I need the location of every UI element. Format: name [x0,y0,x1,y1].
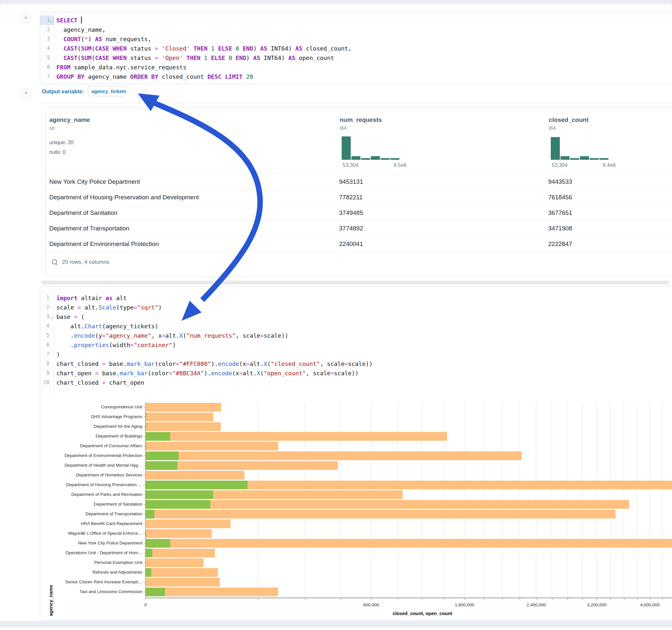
bar-closed-count [146,578,220,587]
line-number: 10 [40,378,49,387]
fold-chevron-icon[interactable] [50,315,54,319]
code-line[interactable]: agency_name, [56,25,672,34]
x-axis-label: 1,600,000 [455,602,474,607]
histogram-min-label: 53,304 [552,162,568,168]
cell-num-requests: 7782211 [339,190,363,205]
bar-closed-count [146,432,447,441]
add-cell-button-top[interactable]: + [21,13,31,23]
horizontal-scrollbar[interactable] [41,281,669,285]
column-header-num-requests[interactable]: num_requests [340,116,382,123]
code-line[interactable]: GROUP BY agency_name ORDER BY closed_cou… [56,72,672,81]
x-axis-tick [637,598,638,600]
x-axis-tick [371,598,371,600]
x-axis-tick [305,598,305,600]
histogram-min-label: 53,304 [343,162,359,168]
line-number: 4 [40,321,49,331]
output-variable-label: Output variable: [42,89,84,95]
line-number: 1 [40,293,49,303]
x-axis-label: 4,000,000 [640,602,660,607]
code-line[interactable]: FROM sample_data.nyc.service_requests [56,63,672,72]
histogram-bar [361,158,370,160]
table-row[interactable]: Department of Sanitation37494853677651 [46,205,672,221]
y-axis-label: Department of Transportation [85,511,142,516]
sql-code-editor[interactable]: SELECT agency_name, COUNT(*) AS num_requ… [54,12,672,84]
python-gutter: 12345678910 [40,287,54,394]
cell-num-requests: 9453131 [339,174,363,190]
code-line[interactable]: scale = alt.Scale(type="sqrt") [56,303,672,312]
y-axis-label: Department of Sanitation [94,502,142,507]
cell-agency-name: Department of Transportation [49,221,129,236]
column-header-agency-name[interactable]: agency_name [49,116,90,123]
bar-open-count [146,413,146,421]
code-line[interactable]: chart_closed = base.mark_bar(color="#FFC… [56,359,672,368]
bar-closed-count [146,539,672,548]
output-variable-pill[interactable]: agency_tickets [88,86,126,96]
add-cell-button-below-sql[interactable]: + [21,89,31,98]
y-axis-label: Department for the Aging [94,424,142,429]
y-axis-label: Department of Housing Preservation … [66,482,142,487]
search-icon[interactable] [51,259,58,265]
x-axis-tick [662,598,663,600]
code-line[interactable]: CAST(SUM(CASE WHEN status = 'Closed' THE… [56,44,672,53]
bar-open-count [146,539,170,548]
bar-open-count [146,461,177,470]
x-axis-tick [624,598,624,600]
histogram-max-label: 9.4e6 [603,162,616,168]
python-cell[interactable]: 12345678910 import altair as altscale = … [40,287,672,621]
code-line[interactable]: base = ( [56,312,672,321]
x-axis-tick [422,598,422,600]
cell-agency-name: Department of Environmental Protection [49,236,159,252]
bar-open-count [146,452,178,460]
altair-chart-output: agency_name Correspondence UnitDHS Advan… [40,394,672,620]
dataframe-preview[interactable]: agency_name str unique: 20 nulls: 0 num_… [45,107,672,277]
histogram-bar [352,156,360,160]
x-axis-tick [582,598,583,600]
histogram-closed-count [551,137,609,160]
table-row[interactable]: Department of Environmental Protection22… [46,236,672,252]
bar-closed-count [146,519,231,528]
bar-open-count [146,422,146,431]
column-type-agency-name: str [49,125,55,131]
x-axis-tick [464,598,465,600]
column-type-num-requests: i64 [340,125,346,131]
code-line[interactable]: COUNT(*) AS num_requests, [56,34,672,44]
code-line[interactable]: .properties(width="container") [56,340,672,350]
x-axis-tick [611,598,611,600]
table-bottom-border [46,251,672,252]
code-line[interactable]: chart_open = base.mark_bar(color="#8BC34… [56,368,672,378]
code-line[interactable]: alt.Chart(agency_tickets) [56,321,672,331]
y-axis-label: Correspondence Unit [101,405,142,410]
x-axis-label: 3,200,000 [587,602,606,607]
y-axis-label: Department of Parks and Recreation [71,492,142,497]
table-row[interactable]: Department of Housing Preservation and D… [46,189,672,205]
code-line[interactable]: .encode(y="agency_name", x=alt.X("num_re… [56,331,672,340]
gridline [637,402,637,598]
bar-closed-count [146,568,218,577]
sql-cell[interactable]: 1234567 SELECT agency_name, COUNT(*) AS … [40,12,672,84]
code-line[interactable]: SELECT [56,16,672,25]
code-line[interactable]: chart_closed + chart_open [56,378,672,387]
table-row[interactable]: Department of Transportation377489234719… [46,220,672,236]
table-row[interactable]: New York City Police Department945313194… [46,174,672,190]
y-axis-label: HRA Benefit Card Replacement [81,521,142,526]
line-number: 7 [41,72,50,81]
code-line[interactable]: import altair as alt [56,293,672,303]
line-number: 8 [40,359,49,368]
bar-closed-count [146,422,221,431]
x-axis-title: closed_count, open_count [392,611,452,616]
x-axis-tick [444,598,445,600]
line-number: 2 [41,25,50,34]
python-code-editor[interactable]: import altair as altscale = alt.Scale(ty… [54,287,672,394]
cell-num-requests: 2240041 [339,236,363,252]
code-line[interactable]: CAST(SUM(CASE WHEN status = 'Open' THEN … [56,53,672,63]
column-type-closed-count: i64 [549,125,556,131]
y-axis-label: Department of Environmental Protection [65,453,142,458]
column-header-closed-count[interactable]: closed_count [549,116,589,123]
bar-open-count [146,510,154,518]
bar-closed-count [146,403,221,412]
histogram-bar [599,158,608,160]
bar-closed-count [146,587,278,596]
cell-agency-name: Department of Sanitation [49,205,117,221]
code-line[interactable]: ) [56,350,672,359]
cell-agency-name: Department of Housing Preservation and D… [49,190,199,205]
